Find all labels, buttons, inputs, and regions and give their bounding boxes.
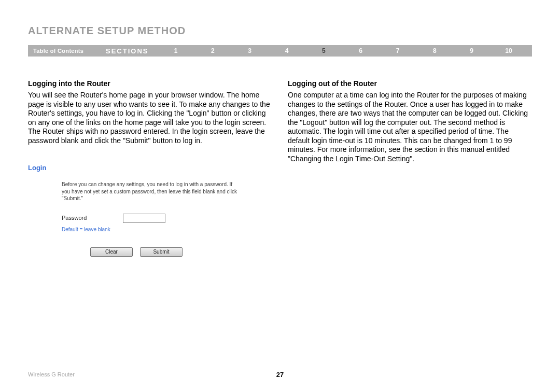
password-input[interactable] [123, 214, 165, 223]
password-default-hint: Default = leave blank [62, 226, 238, 233]
nav-section-3[interactable]: 3 [237, 47, 263, 54]
nav-section-4[interactable]: 4 [274, 47, 300, 54]
section-navbar: Table of Contents SECTIONS 1 2 3 4 5 6 7… [28, 45, 532, 57]
nav-section-5[interactable]: 5 [311, 47, 337, 54]
clear-button[interactable]: Clear [90, 247, 133, 257]
password-label: Password [62, 214, 87, 222]
nav-section-numbers: 1 2 3 4 5 6 7 8 9 10 [152, 47, 532, 54]
footer-product: Wireless G Router [28, 371, 75, 377]
footer-page-number: 27 [276, 371, 284, 379]
nav-section-1[interactable]: 1 [163, 47, 189, 54]
nav-section-10[interactable]: 10 [496, 47, 522, 54]
left-body: You will see the Router's home page in y… [28, 91, 272, 145]
nav-section-8[interactable]: 8 [422, 47, 447, 54]
login-title: Login [28, 164, 272, 172]
page-title: ALTERNATE SETUP METHOD [28, 25, 532, 37]
nav-sections-label: SECTIONS [106, 47, 152, 55]
left-heading: Logging into the Router [28, 79, 272, 88]
login-intro-text: Before you can change any settings, you … [62, 181, 238, 202]
nav-section-7[interactable]: 7 [385, 47, 411, 54]
nav-section-9[interactable]: 9 [459, 47, 485, 54]
nav-toc-link[interactable]: Table of Contents [28, 48, 106, 54]
nav-section-2[interactable]: 2 [200, 47, 226, 54]
right-body: One computer at a time can log into the … [288, 91, 532, 163]
login-screenshot: Login Before you can change any settings… [28, 164, 272, 257]
left-column: Logging into the Router You will see the… [28, 79, 272, 257]
submit-button[interactable]: Submit [140, 247, 183, 257]
right-heading: Logging out of the Router [288, 79, 532, 88]
right-column: Logging out of the Router One computer a… [288, 79, 532, 257]
nav-section-6[interactable]: 6 [348, 47, 374, 54]
page-footer: Wireless G Router 27 [28, 371, 532, 377]
